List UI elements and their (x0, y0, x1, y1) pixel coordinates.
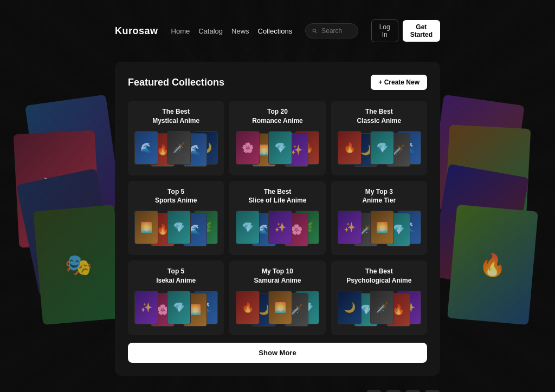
telegram-icon[interactable] (366, 390, 382, 392)
collection-thumbnails: ✨🌸💎🌅🌊 (134, 291, 217, 329)
section-title: Featured Collections (128, 77, 224, 88)
thumbnail: ✨ (338, 211, 362, 244)
thumbnail: 🗡️ (167, 131, 191, 165)
svg-line-1 (315, 32, 317, 33)
svg-point-0 (313, 29, 315, 32)
collection-title: The BestClassic Anime (338, 107, 421, 126)
nav-collections[interactable]: Collections (258, 27, 293, 35)
youtube-icon[interactable] (405, 390, 421, 392)
thumbnail: 🗡️ (370, 291, 394, 324)
nav-links: Home Catalog News Collections (171, 27, 293, 35)
footer-social-icons (366, 390, 440, 392)
collection-thumbnails: 🌅🔥💎🌊🌿 (134, 211, 217, 249)
collection-title: My Top 3Anime Tier (338, 187, 421, 206)
nav-news[interactable]: News (231, 27, 249, 35)
search-icon (312, 28, 317, 34)
collection-thumbnails: ✨🗡️🌅💎🌊 (338, 211, 421, 249)
thumbnail: 🔥 (338, 131, 362, 165)
thumbnail: 💎 (236, 211, 260, 244)
collection-card-mystical[interactable]: The BestMystical Anime🌊🔥🗡️🌊🌙 (128, 101, 224, 175)
thumbnail: 🌅 (134, 211, 158, 244)
collection-thumbnails: 💎🌊✨🌸🌿 (236, 211, 319, 249)
collection-title: Top 5Isekai Anime (134, 267, 217, 285)
thumbnail: 💎 (167, 211, 191, 244)
collection-thumbnails: 🔥🌙💎🗡️🌊 (338, 131, 421, 169)
collection-card-romance[interactable]: Top 20Romance Anime🌸🌅💎✨🔥 (229, 101, 325, 175)
collection-title: The BestSlice of Life Anime (236, 187, 319, 206)
login-button[interactable]: Log In (371, 19, 398, 42)
get-started-button[interactable]: Get Started (403, 20, 440, 42)
section-header: Featured Collections + Create New (128, 75, 427, 90)
instagram-icon[interactable] (425, 390, 440, 392)
thumbnail: 🌸 (236, 131, 260, 165)
thumbnail: ✨ (134, 291, 158, 324)
collection-title: Top 5Sports Anime (134, 187, 217, 206)
thumbnail: 💎 (167, 291, 191, 324)
content-area: Featured Collections + Create New The Be… (115, 62, 440, 376)
collection-card-sports[interactable]: Top 5Sports Anime🌅🔥💎🌊🌿 (128, 181, 224, 256)
collection-card-sliceoflife[interactable]: The BestSlice of Life Anime💎🌊✨🌸🌿 (229, 181, 325, 256)
thumbnail: 🌊 (134, 131, 158, 165)
collection-card-samurai[interactable]: My Top 10Samurai Anime🔥🌙🌅🗡️💎 (229, 260, 325, 335)
footer: Kurosaw.com Terms & Privacy Contacts (115, 381, 440, 392)
collection-thumbnails: 🌸🌅💎✨🔥 (236, 131, 319, 169)
thumbnail: 💎 (268, 131, 292, 165)
collection-card-tier[interactable]: My Top 3Anime Tier✨🗡️🌅💎🌊 (331, 181, 427, 256)
create-new-button[interactable]: + Create New (371, 75, 427, 90)
discord-icon[interactable] (386, 390, 401, 392)
collections-grid: The BestMystical Anime🌊🔥🗡️🌊🌙Top 20Romanc… (128, 101, 427, 335)
collection-card-isekai[interactable]: Top 5Isekai Anime✨🌸💎🌅🌊 (128, 260, 224, 335)
collection-title: The BestMystical Anime (134, 107, 217, 126)
thumbnail: 🌙 (338, 291, 362, 324)
collection-thumbnails: 🌙💎🗡️🔥✨ (338, 291, 421, 329)
collection-thumbnails: 🌊🔥🗡️🌊🌙 (134, 131, 217, 169)
thumbnail: 🌅 (268, 291, 292, 324)
collection-title: Top 20Romance Anime (236, 107, 319, 126)
collection-card-classic[interactable]: The BestClassic Anime🔥🌙💎🗡️🌊 (331, 101, 427, 175)
nav-actions: Log In Get Started (371, 19, 440, 42)
thumbnail: ✨ (268, 211, 292, 244)
nav-catalog[interactable]: Catalog (198, 27, 223, 35)
collection-title: The BestPsychological Anime (338, 267, 421, 285)
collection-thumbnails: 🔥🌙🌅🗡️💎 (236, 291, 319, 329)
brand-logo: Kurosaw (115, 25, 158, 37)
collection-card-psychological[interactable]: The BestPsychological Anime🌙💎🗡️🔥✨ (331, 260, 427, 335)
collection-title: My Top 10Samurai Anime (236, 267, 319, 285)
navbar: Kurosaw Home Catalog News Collections Lo… (115, 11, 440, 51)
thumbnail: 💎 (370, 131, 394, 165)
thumbnail: 🌅 (370, 211, 394, 244)
nav-home[interactable]: Home (171, 27, 190, 35)
thumbnail: 🔥 (236, 291, 260, 324)
show-more-button[interactable]: Show More (128, 343, 427, 363)
search-input[interactable] (321, 27, 351, 35)
search-bar (305, 23, 358, 38)
